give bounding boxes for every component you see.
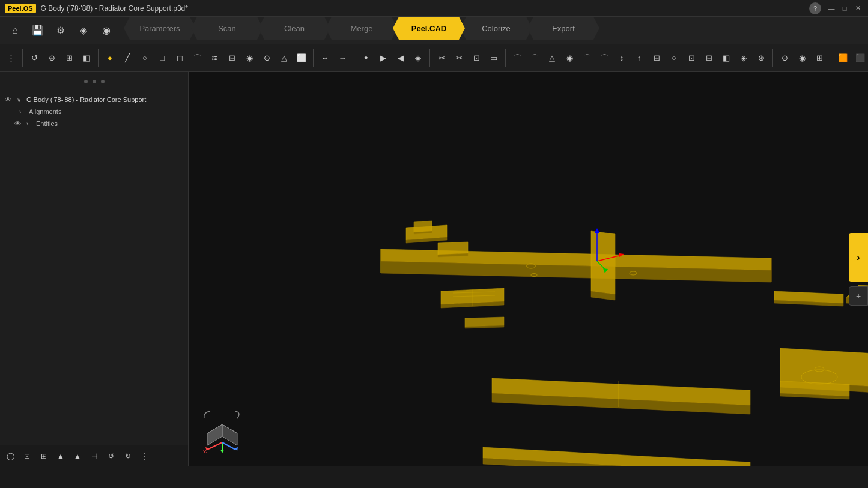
surface-tool-12[interactable]: ⊟ <box>700 50 717 67</box>
back-tool[interactable]: ◀ <box>392 50 409 67</box>
tab-scan[interactable]: Scan <box>191 17 263 40</box>
tab-parameters[interactable]: Parameters <box>124 17 196 40</box>
sub-circle-tool[interactable]: ◯ <box>2 448 18 464</box>
sidebar-dot-1 <box>84 80 88 83</box>
sub-rotate-right[interactable]: ↻ <box>120 448 136 464</box>
tree-item-entities[interactable]: 👁 › Entities <box>0 118 188 130</box>
play-tool[interactable]: ▶ <box>375 50 392 67</box>
viewport[interactable]: Y- › + <box>189 72 868 466</box>
sphere-tool[interactable]: ◉ <box>241 50 258 67</box>
point-tool[interactable]: ● <box>102 50 118 67</box>
material-tool[interactable]: 🟧 <box>834 50 851 67</box>
surface-tri[interactable]: △ <box>544 50 560 67</box>
svg-marker-47 <box>222 424 237 445</box>
surface-drop[interactable]: ◉ <box>561 50 578 67</box>
cyl-tool[interactable]: ⊙ <box>258 50 275 67</box>
chevron-root[interactable]: ∨ <box>17 97 24 103</box>
arrow-tool[interactable]: → <box>334 50 351 67</box>
sub-layer-down[interactable]: ▲ <box>70 448 85 464</box>
surface-up[interactable]: ↕ <box>613 50 630 67</box>
grid-tool[interactable]: ⊞ <box>61 50 77 67</box>
close-button[interactable]: ✕ <box>852 3 863 14</box>
view-tool-1[interactable]: ⊙ <box>776 50 793 67</box>
measure-tool[interactable]: ↔ <box>317 50 333 67</box>
sidebar-tree: 👁 ∨ G Body ('78-'88) - Radiator Core Sup… <box>0 91 188 132</box>
cone-tool[interactable]: △ <box>276 50 293 67</box>
sidebar-resize-handle[interactable] <box>186 72 188 466</box>
tree-label-entities: Entities <box>36 120 58 127</box>
tb-sep-7 <box>831 49 831 67</box>
cube-tool[interactable]: ⬜ <box>293 50 310 67</box>
tab-peelcad[interactable]: Peel.CAD <box>393 17 465 40</box>
surface-grid[interactable]: ⊞ <box>648 50 665 67</box>
chevron-alignments[interactable]: › <box>19 109 26 115</box>
boolean-diff[interactable]: ▭ <box>485 50 502 67</box>
surface-tool-14[interactable]: ◈ <box>735 50 752 67</box>
toolbar-group-6: ⌒ ⌒ △ ◉ ⌒ ⌒ ↕ ↑ ⊞ ○ ⊡ ⊟ ◧ ◈ ⊛ <box>509 50 769 67</box>
view-tool-3[interactable]: ⊞ <box>811 50 828 67</box>
cut-tool-1[interactable]: ✂ <box>433 50 450 67</box>
color-tool[interactable]: ⬛ <box>852 50 868 67</box>
sub-toolbar: ◯ ⊡ ⊞ ▲ ▲ ⊣ ↺ ↻ ⋮ <box>0 445 188 466</box>
tree-item-alignments[interactable]: › Alignments <box>0 106 188 118</box>
surface-tool-13[interactable]: ◧ <box>718 50 735 67</box>
surface-tool-11[interactable]: ⊡ <box>683 50 700 67</box>
add-panel-button[interactable]: + <box>849 286 868 306</box>
maximize-button[interactable]: □ <box>839 3 850 14</box>
surface-tool-15[interactable]: ⊛ <box>753 50 769 67</box>
line-tool[interactable]: ╱ <box>119 50 136 67</box>
toolbar-handle[interactable]: ⋮ <box>2 50 19 67</box>
home-icon[interactable]: ⌂ <box>5 20 25 41</box>
surface-tool-1[interactable]: ⌒ <box>509 50 526 67</box>
minimize-button[interactable]: — <box>826 3 837 14</box>
undo-tool[interactable]: ↺ <box>26 50 43 67</box>
layer-tool[interactable]: ◧ <box>78 50 95 67</box>
surface-tool-2[interactable]: ⌒ <box>526 50 543 67</box>
main-area: 👁 ∨ G Body ('78-'88) - Radiator Core Sup… <box>0 72 868 466</box>
help-button[interactable]: ? <box>809 2 821 14</box>
svg-marker-54 <box>220 450 224 453</box>
tb-sep-3 <box>354 49 354 67</box>
target-tool[interactable]: ◈ <box>410 50 426 67</box>
title-bar: Peel.OS G Body ('78-'88) - Radiator Core… <box>0 0 868 17</box>
hatch-tool[interactable]: ⊟ <box>223 50 240 67</box>
sub-pin-tool[interactable]: ⊣ <box>86 448 102 464</box>
tab-clean[interactable]: Clean <box>258 17 330 40</box>
settings-icon[interactable]: ⚙ <box>50 20 71 41</box>
toolbar-group-3: ↔ → <box>317 50 351 67</box>
tab-colorize[interactable]: Colorize <box>460 17 532 40</box>
poly-tool[interactable]: ◻ <box>171 50 188 67</box>
sidebar: 👁 ∨ G Body ('78-'88) - Radiator Core Sup… <box>0 72 189 466</box>
cut-tool-2[interactable]: ✂ <box>451 50 467 67</box>
chevron-entities[interactable]: › <box>26 121 34 127</box>
arc-tool[interactable]: ⌒ <box>189 50 205 67</box>
surface-circle[interactable]: ○ <box>666 50 682 67</box>
rect-tool[interactable]: □ <box>154 50 171 67</box>
sub-box-tool[interactable]: ⊞ <box>36 448 52 464</box>
sub-more[interactable]: ⋮ <box>137 448 153 464</box>
share-icon[interactable]: ◈ <box>73 20 94 41</box>
tab-merge[interactable]: Merge <box>326 17 398 40</box>
tb-sep-4 <box>429 49 430 67</box>
view-icon[interactable]: ◉ <box>96 20 117 41</box>
save-icon[interactable]: 💾 <box>28 20 48 41</box>
view-tool-2[interactable]: ◉ <box>794 50 810 67</box>
boolean-union[interactable]: ⊡ <box>468 50 485 67</box>
toolbar-group-8: 🟧 ⬛ <box>834 50 868 67</box>
sub-layer-up[interactable]: ▲ <box>53 448 68 464</box>
visibility-icon-root[interactable]: 👁 <box>5 96 14 103</box>
surface-tool-6[interactable]: ⌒ <box>596 50 613 67</box>
tab-export[interactable]: Export <box>527 17 599 40</box>
expand-panel-button[interactable]: › <box>849 233 868 282</box>
wave-tool[interactable]: ≋ <box>206 50 223 67</box>
surface-arrow[interactable]: ↑ <box>631 50 648 67</box>
sub-select-tool[interactable]: ⊡ <box>19 448 35 464</box>
tree-item-root[interactable]: 👁 ∨ G Body ('78-'88) - Radiator Core Sup… <box>0 94 188 106</box>
snap-tool[interactable]: ⊕ <box>43 50 60 67</box>
surface-tool-5[interactable]: ⌒ <box>578 50 595 67</box>
circle-tool[interactable]: ○ <box>136 50 153 67</box>
cursor-tool[interactable]: ✦ <box>357 50 374 67</box>
sub-rotate-left[interactable]: ↺ <box>103 448 119 464</box>
visibility-icon-entities[interactable]: 👁 <box>14 120 24 127</box>
tb-sep-2 <box>313 49 314 67</box>
